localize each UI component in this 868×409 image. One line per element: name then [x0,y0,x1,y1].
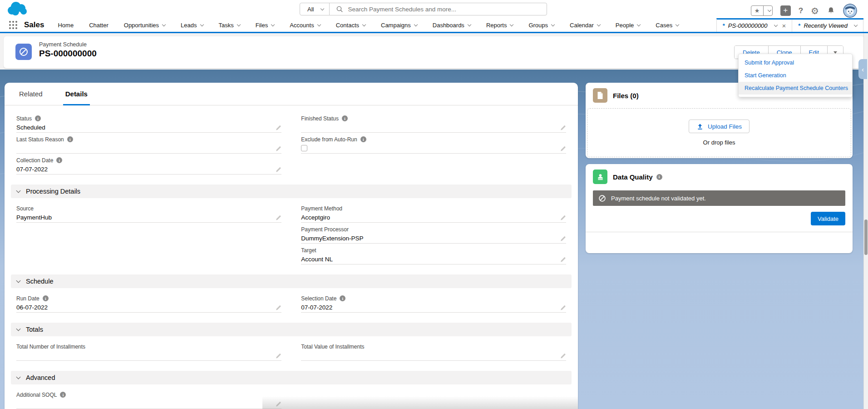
not-validated-ban-icon [598,195,606,202]
nav-tab-chatter[interactable]: Chatter [89,22,108,29]
edit-pencil-icon[interactable] [560,235,566,242]
field-value-text: 07-07-2022 [301,304,332,311]
nav-tab-reports[interactable]: Reports [486,22,513,29]
search-input[interactable] [348,6,547,13]
section-title: Schedule [26,278,53,285]
section-schedule[interactable]: Schedule [11,274,572,288]
nav-tab-leads[interactable]: Leads [181,22,203,29]
edit-pencil-icon[interactable] [275,166,281,173]
checkbox-unchecked[interactable] [301,145,307,151]
temp-tab-ps-000000000[interactable]: *PS-000000000× [717,20,793,32]
edit-pencil-icon[interactable] [275,304,281,311]
edit-pencil-icon[interactable] [560,304,566,311]
chevron-down-icon [468,22,471,26]
salesforce-logo-icon[interactable] [6,1,28,18]
files-object-icon [593,88,607,103]
nav-tab-label: Home [58,22,74,29]
field-finished-status: Finished Statusi [301,115,566,133]
help-icon[interactable]: ? [799,6,803,15]
nav-tab-cases[interactable]: Cases [656,22,679,29]
app-name[interactable]: Sales [24,20,44,30]
info-icon[interactable]: i [342,115,348,121]
info-icon[interactable]: i [43,295,49,301]
info-icon[interactable]: i [340,295,345,301]
upload-files-button[interactable]: Upload Files [689,120,750,133]
favorites-star-icon[interactable]: ★ [751,6,764,15]
setup-gear-icon[interactable]: ⚙ [811,6,819,15]
field-value: Acceptgiro [301,212,566,223]
edit-pencil-icon[interactable] [275,145,281,152]
files-card-title[interactable]: Files (0) [613,92,639,100]
global-actions-plus-icon[interactable]: + [780,5,791,16]
edit-pencil-icon[interactable] [560,145,566,152]
scrollbar-thumb[interactable] [864,219,868,255]
validate-button[interactable]: Validate [811,212,845,225]
field-value [301,122,566,133]
section-processing-details[interactable]: Processing Details [11,185,572,198]
info-icon[interactable]: i [656,174,662,180]
field-label: Additional SOQLi [16,391,281,399]
edit-pencil-icon[interactable] [560,256,566,263]
nav-tab-groups[interactable]: Groups [528,22,554,29]
nav-tab-label: Opportunities [124,22,159,29]
nav-tab-tasks[interactable]: Tasks [219,22,240,29]
temp-tab-recently-viewed[interactable]: *Recently Viewed [792,20,863,32]
user-avatar[interactable] [843,4,857,18]
info-icon[interactable]: i [60,392,66,398]
close-icon[interactable]: × [782,22,786,30]
section-advanced[interactable]: Advanced [11,371,572,384]
field-columns: StatusiScheduledLast Status ReasoniColle… [16,115,566,177]
tab-details[interactable]: Details [65,83,88,105]
menu-item-submit-for-approval[interactable]: Submit for Approval [739,56,852,69]
nav-tab-home[interactable]: Home [58,22,74,29]
nav-tab-accounts[interactable]: Accounts [290,22,320,29]
info-icon[interactable]: i [35,115,41,121]
edit-pencil-icon[interactable] [560,353,566,359]
field-column-right: Finished StatusiExclude from Auto-Runi [301,115,566,177]
chevron-down-icon [768,8,771,12]
field-label: Statusi [16,115,281,122]
favorites-dropdown-button[interactable] [764,6,772,15]
nav-tab-calendar[interactable]: Calendar [570,22,600,29]
field-label-text: Selection Date [301,295,336,302]
validation-status-message: Payment schedule not validated yet. [611,195,706,202]
nav-tab-label: Calendar [570,22,594,29]
nav-tab-opportunities[interactable]: Opportunities [124,22,165,29]
edit-pencil-icon[interactable] [275,401,281,407]
field-label: Finished Statusi [301,115,566,122]
info-icon[interactable]: i [67,136,73,142]
data-quality-footer [586,232,853,251]
nav-tab-label: Files [256,22,268,29]
menu-item-recalculate-payment-schedule-counters[interactable]: Recalculate Payment Schedule Counters [739,82,852,95]
edit-pencil-icon[interactable] [560,125,566,131]
temp-tabs: *PS-000000000×*Recently Viewed [716,18,863,32]
data-quality-stamp-icon [593,170,607,184]
edit-pencil-icon[interactable] [560,214,566,221]
nav-tab-contacts[interactable]: Contacts [336,22,365,29]
app-launcher-icon[interactable] [9,21,17,29]
info-icon[interactable]: i [56,157,62,163]
notifications-bell-icon[interactable] [827,7,835,15]
nav-tab-files[interactable]: Files [256,22,274,29]
tab-related[interactable]: Related [19,83,43,105]
search-scope-button[interactable]: All [300,3,330,15]
edit-pencil-icon[interactable] [275,353,281,359]
field-value-text: Scheduled [16,124,45,131]
sidebar-expand-button[interactable]: ‹ [858,59,867,79]
menu-item-start-generation[interactable]: Start Generation [739,69,852,82]
file-drop-zone[interactable]: Upload Files Or drop files [587,108,851,157]
info-icon[interactable]: i [360,136,366,142]
nav-tab-label: Campaigns [381,22,411,29]
nav-tab-campaigns[interactable]: Campaigns [381,22,417,29]
nav-tab-dashboards[interactable]: Dashboards [433,22,471,29]
field-column-left: SourcePaymentHub [16,204,281,267]
edit-pencil-icon[interactable] [275,125,281,131]
field-label: Total Number of Installments [16,343,281,350]
edit-pencil-icon[interactable] [275,214,281,221]
nav-tab-people[interactable]: People [616,22,640,29]
nav-tab-label: Accounts [290,22,314,29]
section-totals[interactable]: Totals [11,323,572,336]
field-value-text: 07-07-2022 [16,166,48,173]
page-scrollbar[interactable] [863,33,868,409]
details-panel: RelatedDetails StatusiScheduledLast Stat… [5,83,578,409]
